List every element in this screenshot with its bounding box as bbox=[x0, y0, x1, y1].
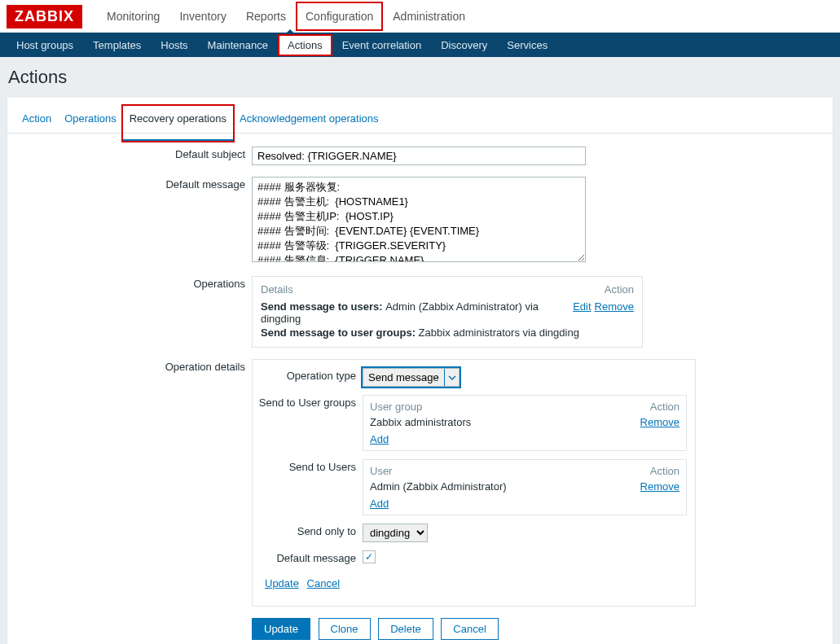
form-buttons: Update Clone Delete Cancel bbox=[7, 618, 833, 640]
ug-header: User group bbox=[370, 401, 422, 413]
submenu-discovery[interactable]: Discovery bbox=[431, 34, 497, 56]
submenu-templates[interactable]: Templates bbox=[83, 34, 151, 56]
operation-details-box: Operation type Send message Send to User… bbox=[252, 359, 696, 607]
user-groups-table: User groupAction Zabbix administratorsRe… bbox=[363, 395, 687, 451]
submenu-actions[interactable]: Actions bbox=[278, 34, 332, 56]
page-header: Actions bbox=[0, 57, 840, 98]
update-button[interactable]: Update bbox=[252, 618, 310, 640]
op-details-header: Details bbox=[261, 283, 293, 296]
ug-add-link[interactable]: Add bbox=[370, 433, 389, 445]
u-add-link[interactable]: Add bbox=[370, 497, 389, 510]
ug-remove-link[interactable]: Remove bbox=[640, 416, 679, 428]
default-message-chk-label: Default message bbox=[253, 550, 363, 564]
top-menu: Monitoring Inventory Reports Configurati… bbox=[97, 2, 475, 31]
submenu-maintenance[interactable]: Maintenance bbox=[198, 34, 278, 56]
default-subject-label: Default subject bbox=[7, 147, 252, 165]
operations-list: Details Action Send message to users: Ad… bbox=[252, 276, 643, 348]
submenu-hosts[interactable]: Hosts bbox=[151, 34, 197, 56]
users-table: UserAction Admin (Zabbix Administrator)R… bbox=[363, 459, 687, 515]
send-only-to-label: Send only to bbox=[253, 524, 363, 542]
ug-action-header: Action bbox=[650, 401, 679, 413]
page-title: Actions bbox=[8, 67, 832, 88]
tabs: Action Operations Recovery operations Ac… bbox=[7, 106, 833, 134]
default-message-label: Default message bbox=[7, 177, 252, 265]
topmenu-configuration[interactable]: Configuration bbox=[296, 2, 383, 31]
cancel-button[interactable]: Cancel bbox=[441, 618, 498, 640]
tab-recovery-operations[interactable]: Recovery operations bbox=[123, 106, 233, 141]
tab-action[interactable]: Action bbox=[15, 106, 58, 133]
submenu-services[interactable]: Services bbox=[497, 34, 557, 56]
top-bar: ZABBIX Monitoring Inventory Reports Conf… bbox=[0, 0, 840, 33]
operation-type-label: Operation type bbox=[253, 368, 363, 387]
caret-icon bbox=[287, 29, 293, 33]
u-remove-link[interactable]: Remove bbox=[640, 480, 679, 493]
sub-bar: Host groups Templates Hosts Maintenance … bbox=[0, 33, 840, 57]
form-card: Action Operations Recovery operations Ac… bbox=[7, 98, 833, 644]
default-message-textarea[interactable]: #### 服务器恢复: #### 告警主机: {HOSTNAME1} #### … bbox=[252, 177, 586, 262]
op-edit-link[interactable]: Edit bbox=[573, 300, 591, 313]
operation-details-label: Operation details bbox=[7, 359, 252, 607]
topmenu-monitoring[interactable]: Monitoring bbox=[97, 2, 169, 31]
op-cancel-link[interactable]: Cancel bbox=[307, 577, 340, 589]
send-to-u-label: Send to Users bbox=[253, 459, 363, 515]
topmenu-inventory[interactable]: Inventory bbox=[169, 2, 236, 31]
ug-value: Zabbix administrators bbox=[370, 416, 471, 428]
clone-button[interactable]: Clone bbox=[319, 618, 371, 640]
form: Default subject Default message #### 服务器… bbox=[7, 134, 833, 644]
submenu-hostgroups[interactable]: Host groups bbox=[7, 34, 83, 56]
topmenu-reports[interactable]: Reports bbox=[236, 2, 296, 31]
op-remove-link[interactable]: Remove bbox=[595, 300, 634, 313]
u-action-header: Action bbox=[650, 465, 679, 477]
submenu-eventcorrelation[interactable]: Event correlation bbox=[332, 34, 432, 56]
send-only-to-select[interactable]: dingding bbox=[363, 524, 428, 542]
default-message-checkbox[interactable]: ✓ bbox=[363, 550, 376, 563]
tab-operations[interactable]: Operations bbox=[58, 106, 123, 133]
default-subject-input[interactable] bbox=[252, 147, 586, 165]
send-to-ug-label: Send to User groups bbox=[253, 395, 363, 451]
op-text-1: Send message to users: Admin (Zabbix Adm… bbox=[261, 300, 570, 325]
op-action-header: Action bbox=[605, 283, 634, 296]
op-text-2: Send message to user groups: Zabbix admi… bbox=[261, 326, 579, 339]
topmenu-administration[interactable]: Administration bbox=[383, 2, 475, 31]
operations-label: Operations bbox=[7, 276, 252, 348]
op-update-link[interactable]: Update bbox=[265, 577, 299, 589]
operation-type-select[interactable]: Send message bbox=[363, 368, 460, 387]
tab-ack-operations[interactable]: Acknowledgement operations bbox=[233, 106, 385, 133]
delete-button[interactable]: Delete bbox=[378, 618, 433, 640]
u-header: User bbox=[370, 465, 392, 477]
logo: ZABBIX bbox=[7, 5, 82, 28]
u-value: Admin (Zabbix Administrator) bbox=[370, 480, 507, 493]
